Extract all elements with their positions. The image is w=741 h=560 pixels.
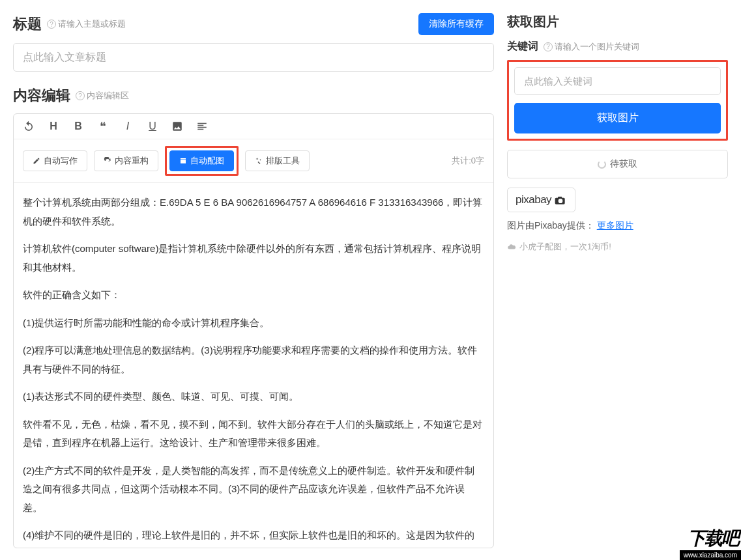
title-section-header: 标题 ? 请输入主题或标题 清除所有缓存	[13, 13, 494, 35]
question-icon: ?	[47, 20, 56, 29]
auto-image-button[interactable]: 自动配图	[169, 150, 234, 171]
heading-icon[interactable]: H	[48, 120, 59, 132]
clear-cache-button[interactable]: 清除所有缓存	[418, 13, 494, 35]
fetch-image-button[interactable]: 获取图片	[514, 103, 721, 133]
watermark: 下载吧 www.xiazaiba.com	[624, 508, 741, 560]
content-paragraph: (1)表达形式不同的硬件类型、颜色、味道、可见、可摸、可闻。	[23, 387, 484, 406]
cloud-icon	[507, 242, 516, 251]
editor-hint: ? 内容编辑区	[76, 90, 129, 102]
content-paragraph: (4)维护不同的硬件是旧的，理论上软件是旧的，并不坏，但实际上软件也是旧的和坏的…	[23, 526, 484, 548]
editor-container: H B ❝ I U 自动写作 内容重构	[13, 113, 494, 548]
quote-icon[interactable]: ❝	[97, 120, 109, 132]
italic-icon[interactable]: I	[122, 120, 134, 132]
title-label: 标题	[13, 14, 42, 34]
article-title-input[interactable]	[13, 43, 494, 72]
question-icon: ?	[544, 42, 553, 51]
editor-label: 内容编辑	[13, 86, 70, 105]
keyword-hint: ? 请输入一个图片关键词	[544, 41, 639, 53]
more-images-link[interactable]: 更多图片	[597, 220, 633, 231]
refresh-icon	[104, 157, 111, 165]
keyword-input[interactable]	[514, 67, 721, 95]
spinner-icon	[598, 160, 606, 169]
content-paragraph: 软件看不见，无色，枯燥，看不见，摸不到，闻不到。软件大部分存在于人们的头脑或纸上…	[23, 415, 484, 453]
keyword-label: 关键词	[507, 40, 538, 53]
content-paragraph: (2)程序可以满意地处理信息的数据结构。(3)说明程序功能要求和程序需要的文档的…	[23, 341, 484, 378]
watermark-url: www.xiazaiba.com	[680, 550, 741, 560]
wand-icon	[255, 157, 263, 165]
pixabay-badge: pixabay	[507, 188, 575, 212]
word-count: 共计:0字	[452, 155, 484, 167]
auto-image-highlight: 自动配图	[165, 146, 239, 176]
action-toolbar: 自动写作 内容重构 自动配图 排版工具	[14, 139, 493, 183]
tip-row: 小虎子配图，一次1淘币!	[507, 241, 728, 253]
pencil-icon	[33, 157, 40, 165]
content-paragraph: 整个计算机系统由两部分组成：E.69DA 5 E 6 BA 9062616964…	[23, 193, 484, 231]
image-icon[interactable]	[171, 120, 183, 132]
align-icon[interactable]	[196, 120, 208, 132]
layout-tool-button[interactable]: 排版工具	[245, 150, 310, 171]
content-paragraph: 计算机软件(computer software)是指计算机系统中除硬件以外的所有…	[23, 240, 484, 277]
title-hint: ? 请输入主题或标题	[47, 18, 126, 30]
fetch-image-title: 获取图片	[507, 13, 728, 31]
card-icon	[179, 157, 187, 165]
content-paragraph: (2)生产方式不同的软件是开发，是人类智能的高发挥，而不是传统意义上的硬件制造。…	[23, 462, 484, 518]
editor-body[interactable]: 整个计算机系统由两部分组成：E.69DA 5 E 6 BA 9062616964…	[14, 183, 493, 548]
image-credit: 图片由Pixabay提供： 更多图片	[507, 220, 728, 232]
camera-icon	[554, 195, 567, 204]
keyword-highlight-box: 获取图片	[507, 60, 728, 141]
format-toolbar: H B ❝ I U	[14, 114, 493, 139]
pending-status: 待获取	[507, 150, 728, 178]
underline-icon[interactable]: U	[147, 120, 158, 132]
content-paragraph: 软件的正确含义如下：	[23, 286, 484, 305]
restructure-button[interactable]: 内容重构	[94, 150, 158, 171]
content-paragraph: (1)提供运行时所需功能和性能的命令或计算机程序集合。	[23, 314, 484, 333]
watermark-logo: 下载吧	[688, 526, 738, 551]
question-icon: ?	[76, 91, 85, 100]
bold-icon[interactable]: B	[72, 120, 84, 132]
undo-icon[interactable]	[23, 120, 35, 132]
auto-write-button[interactable]: 自动写作	[23, 150, 87, 171]
